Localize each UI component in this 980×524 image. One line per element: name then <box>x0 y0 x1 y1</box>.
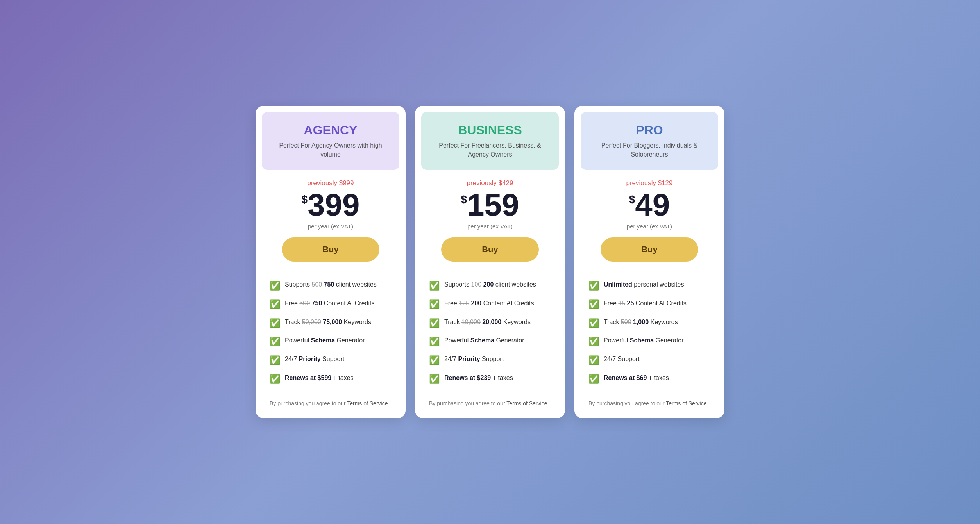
agency-feature-text-2: Track 50,000 75,000 Keywords <box>285 318 371 326</box>
pro-feature-4: ✅24/7 Support <box>588 355 710 367</box>
pro-feature-0: ✅Unlimited personal websites <box>588 280 710 292</box>
pro-terms-link[interactable]: Terms of Service <box>666 400 706 406</box>
pro-feature-text-5: Renews at $69 + taxes <box>604 374 669 382</box>
agency-feature-2: ✅Track 50,000 75,000 Keywords <box>270 318 392 330</box>
agency-plan-name: AGENCY <box>276 123 385 137</box>
plan-card-agency: AGENCYPerfect For Agency Owners with hig… <box>256 106 406 418</box>
plan-card-pro: PROPerfect For Bloggers, Individuals & S… <box>574 106 724 418</box>
agency-feature-text-1: Free 600 750 Content AI Credits <box>285 299 375 308</box>
agency-price-period: per year (ex VAT) <box>270 223 392 230</box>
agency-feature-text-0: Supports 500 750 client websites <box>285 280 377 289</box>
check-icon: ✅ <box>588 336 599 348</box>
business-terms-link[interactable]: Terms of Service <box>506 400 547 406</box>
check-icon: ✅ <box>429 299 440 311</box>
agency-plan-subtitle: Perfect For Agency Owners with high volu… <box>276 141 385 159</box>
pro-price-period: per year (ex VAT) <box>588 223 710 230</box>
agency-buy-button[interactable]: Buy <box>282 237 379 262</box>
check-icon: ✅ <box>429 317 440 330</box>
business-feature-1: ✅Free 125 200 Content AI Credits <box>429 299 551 311</box>
pro-price-amount: 49 <box>635 189 670 221</box>
agency-features-section: ✅Supports 500 750 client websites✅Free 6… <box>256 269 406 392</box>
business-feature-2: ✅Track 10,000 20,000 Keywords <box>429 318 551 330</box>
check-icon: ✅ <box>270 355 280 367</box>
business-feature-5: ✅Renews at $239 + taxes <box>429 374 551 385</box>
agency-pricing-section: previously $999$399per year (ex VAT)Buy <box>256 170 406 269</box>
check-icon: ✅ <box>270 336 280 348</box>
agency-header: AGENCYPerfect For Agency Owners with hig… <box>262 112 399 170</box>
business-feature-text-3: Powerful Schema Generator <box>444 336 524 345</box>
business-previous-price: previously $429 <box>429 179 551 187</box>
business-feature-4: ✅24/7 Priority Support <box>429 355 551 367</box>
check-icon: ✅ <box>588 355 599 367</box>
agency-feature-3: ✅Powerful Schema Generator <box>270 336 392 348</box>
agency-feature-text-4: 24/7 Priority Support <box>285 355 344 364</box>
plan-card-business: BUSINESSPerfect For Freelancers, Busines… <box>415 106 565 418</box>
pro-feature-2: ✅Track 500 1,000 Keywords <box>588 318 710 330</box>
pro-feature-text-2: Track 500 1,000 Keywords <box>604 318 678 326</box>
agency-feature-1: ✅Free 600 750 Content AI Credits <box>270 299 392 311</box>
business-feature-text-1: Free 125 200 Content AI Credits <box>444 299 534 308</box>
pro-feature-5: ✅Renews at $69 + taxes <box>588 374 710 385</box>
business-feature-text-4: 24/7 Priority Support <box>444 355 504 364</box>
business-terms-text: By purchasing you agree to our Terms of … <box>415 392 565 406</box>
agency-feature-text-3: Powerful Schema Generator <box>285 336 365 345</box>
business-price-dollar: $ <box>461 194 467 205</box>
business-price-period: per year (ex VAT) <box>429 223 551 230</box>
agency-terms-text: By purchasing you agree to our Terms of … <box>256 392 406 406</box>
agency-previous-price: previously $999 <box>270 179 392 187</box>
pro-header: PROPerfect For Bloggers, Individuals & S… <box>581 112 718 170</box>
pro-plan-subtitle: Perfect For Bloggers, Individuals & Solo… <box>595 141 704 159</box>
check-icon: ✅ <box>588 317 599 330</box>
pro-feature-text-1: Free 15 25 Content AI Credits <box>604 299 687 308</box>
check-icon: ✅ <box>588 280 599 292</box>
agency-feature-4: ✅24/7 Priority Support <box>270 355 392 367</box>
business-header: BUSINESSPerfect For Freelancers, Busines… <box>421 112 559 170</box>
pro-feature-1: ✅Free 15 25 Content AI Credits <box>588 299 710 311</box>
business-feature-0: ✅Supports 100 200 client websites <box>429 280 551 292</box>
agency-current-price: $399 <box>270 189 392 221</box>
business-price-amount: 159 <box>467 189 519 221</box>
pro-plan-name: PRO <box>595 123 704 137</box>
check-icon: ✅ <box>588 373 599 385</box>
pro-previous-price: previously $129 <box>588 179 710 187</box>
business-feature-text-5: Renews at $239 + taxes <box>444 374 513 382</box>
pro-feature-text-0: Unlimited personal websites <box>604 280 684 289</box>
agency-feature-text-5: Renews at $599 + taxes <box>285 374 354 382</box>
agency-feature-0: ✅Supports 500 750 client websites <box>270 280 392 292</box>
pro-current-price: $49 <box>588 189 710 221</box>
pro-feature-text-4: 24/7 Support <box>604 355 640 364</box>
agency-price-amount: 399 <box>308 189 359 221</box>
pro-terms-text: By purchasing you agree to our Terms of … <box>574 392 724 406</box>
business-buy-button[interactable]: Buy <box>441 237 539 262</box>
pro-features-section: ✅Unlimited personal websites✅Free 15 25 … <box>574 269 724 392</box>
business-features-section: ✅Supports 100 200 client websites✅Free 1… <box>415 269 565 392</box>
check-icon: ✅ <box>429 336 440 348</box>
check-icon: ✅ <box>588 299 599 311</box>
business-plan-subtitle: Perfect For Freelancers, Business, & Age… <box>435 141 545 159</box>
business-plan-name: BUSINESS <box>435 123 545 137</box>
check-icon: ✅ <box>270 299 280 311</box>
business-current-price: $159 <box>429 189 551 221</box>
business-feature-text-2: Track 10,000 20,000 Keywords <box>444 318 531 326</box>
agency-terms-link[interactable]: Terms of Service <box>347 400 388 406</box>
check-icon: ✅ <box>429 355 440 367</box>
pricing-container: AGENCYPerfect For Agency Owners with hig… <box>256 106 724 418</box>
check-icon: ✅ <box>270 373 280 385</box>
check-icon: ✅ <box>270 317 280 330</box>
business-feature-text-0: Supports 100 200 client websites <box>444 280 536 289</box>
pro-price-dollar: $ <box>629 194 635 205</box>
business-feature-3: ✅Powerful Schema Generator <box>429 336 551 348</box>
check-icon: ✅ <box>429 280 440 292</box>
pro-feature-text-3: Powerful Schema Generator <box>604 336 684 345</box>
check-icon: ✅ <box>429 373 440 385</box>
business-pricing-section: previously $429$159per year (ex VAT)Buy <box>415 170 565 269</box>
pro-feature-3: ✅Powerful Schema Generator <box>588 336 710 348</box>
pro-pricing-section: previously $129$49per year (ex VAT)Buy <box>574 170 724 269</box>
agency-price-dollar: $ <box>301 194 308 205</box>
check-icon: ✅ <box>270 280 280 292</box>
pro-buy-button[interactable]: Buy <box>601 237 698 262</box>
agency-feature-5: ✅Renews at $599 + taxes <box>270 374 392 385</box>
